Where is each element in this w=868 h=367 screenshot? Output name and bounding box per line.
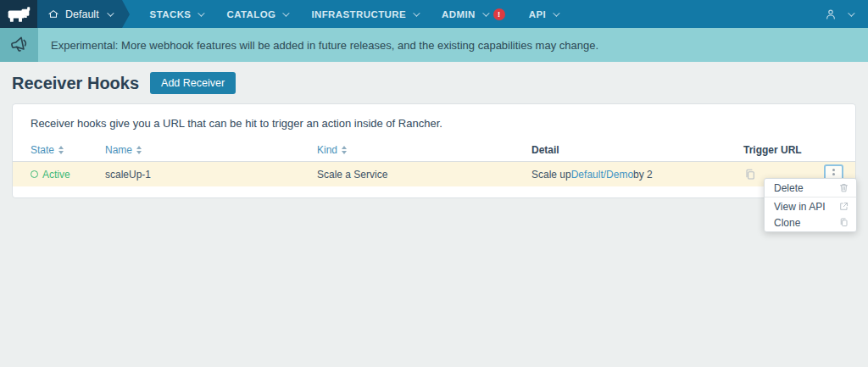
- top-nav: Default STACKS CATALOG INFRASTRUCTURE AD…: [0, 0, 868, 28]
- external-link-icon: [838, 201, 849, 212]
- nav-item-catalog[interactable]: CATALOG: [214, 0, 299, 28]
- megaphone-icon: [8, 34, 31, 56]
- nav-item-api[interactable]: API: [517, 0, 570, 28]
- banner-icon-block: [0, 28, 38, 62]
- column-header-detail: Detail: [531, 144, 743, 156]
- copy-icon: [838, 217, 849, 228]
- nav-item-admin[interactable]: ADMIN !: [430, 0, 517, 28]
- row-actions-menu: Delete View in API Clone: [764, 178, 857, 232]
- nav-item-stacks[interactable]: STACKS: [138, 0, 215, 28]
- environment-arrow-notch: [122, 0, 130, 28]
- state-cell: Active: [31, 169, 105, 181]
- copy-icon: [743, 168, 757, 181]
- environment-selector[interactable]: Default: [37, 0, 122, 28]
- user-icon: [824, 8, 837, 21]
- trash-icon: [838, 182, 849, 193]
- chevron-down-icon: [848, 9, 854, 16]
- chevron-down-icon: [198, 9, 205, 16]
- menu-divider: [765, 197, 856, 197]
- menu-item-clone[interactable]: Clone: [765, 214, 856, 231]
- page-title: Receiver Hooks: [12, 74, 139, 93]
- card-description: Receiver hooks give you a URL that can b…: [13, 117, 855, 130]
- user-menu[interactable]: [824, 0, 868, 28]
- chevron-down-icon: [482, 9, 489, 16]
- column-header-trigger-url: Trigger URL: [743, 144, 821, 156]
- sort-icon: [58, 146, 64, 154]
- receiver-hooks-card: Receiver hooks give you a URL that can b…: [12, 103, 856, 198]
- column-header-state[interactable]: State: [31, 144, 105, 156]
- active-status-icon: [31, 170, 38, 178]
- chevron-down-icon: [283, 9, 290, 16]
- sort-icon: [342, 146, 347, 154]
- home-icon: [47, 8, 59, 20]
- state-label: Active: [42, 169, 70, 181]
- kind-cell: Scale a Service: [317, 169, 531, 181]
- banner-message: Experimental: More webhook features will…: [38, 28, 598, 62]
- add-receiver-button[interactable]: Add Receiver: [150, 72, 236, 94]
- environment-name: Default: [65, 8, 99, 20]
- column-header-kind[interactable]: Kind: [317, 144, 531, 156]
- cattle-logo-icon: [6, 6, 31, 23]
- chevron-down-icon: [413, 9, 420, 16]
- rancher-logo[interactable]: [0, 0, 37, 28]
- sort-icon: [136, 146, 142, 154]
- name-cell: scaleUp-1: [105, 169, 317, 181]
- chevron-down-icon: [107, 9, 114, 16]
- chevron-down-icon: [553, 9, 559, 16]
- table-header-row: State Name Kind Detail Trigger URL: [13, 139, 855, 162]
- stack-service-link[interactable]: Default/Demo: [571, 169, 633, 181]
- column-header-name[interactable]: Name: [105, 144, 317, 156]
- detail-cell: Scale up Default/Demo by 2: [531, 169, 743, 181]
- page-header: Receiver Hooks Add Receiver: [12, 72, 856, 94]
- nav-item-infrastructure[interactable]: INFRASTRUCTURE: [299, 0, 430, 28]
- admin-alert-badge: !: [493, 8, 505, 20]
- announcement-banner: Experimental: More webhook features will…: [0, 28, 868, 62]
- nav-menu: STACKS CATALOG INFRASTRUCTURE ADMIN ! AP…: [138, 0, 570, 28]
- table-row: Active scaleUp-1 Scale a Service Scale u…: [13, 162, 855, 186]
- menu-item-view-in-api[interactable]: View in API: [765, 198, 856, 214]
- menu-item-delete[interactable]: Delete: [765, 180, 856, 196]
- copy-trigger-url-button[interactable]: [743, 168, 757, 181]
